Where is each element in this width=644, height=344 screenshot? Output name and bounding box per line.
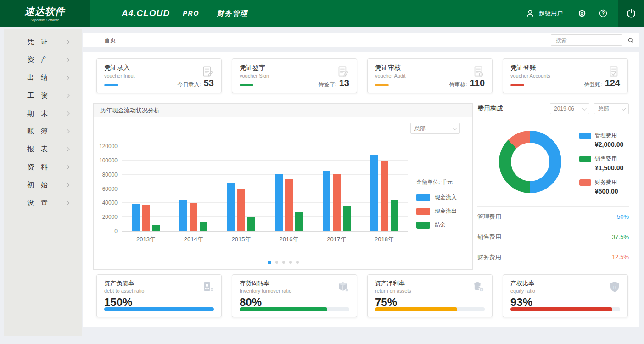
x-axis-tick: 2018年 xyxy=(360,235,408,244)
search-icon[interactable] xyxy=(627,37,634,44)
stat-card-voucher-input[interactable]: 凭证录入 voucher Input 今日录入: 53 xyxy=(96,58,222,93)
accent-dash xyxy=(375,84,389,86)
sidebar-item[interactable]: 初 始 xyxy=(4,176,82,194)
ratio-title: 存货周转率 xyxy=(240,279,349,288)
sidebar-item[interactable]: 出 纳 xyxy=(4,69,82,87)
carousel-dots xyxy=(94,261,472,264)
bar xyxy=(227,183,235,231)
x-axis-tick: 2014年 xyxy=(170,235,218,244)
bar xyxy=(247,217,255,231)
logo-title: 速达软件 xyxy=(25,5,65,18)
bar xyxy=(343,206,351,231)
help-icon[interactable]: ? xyxy=(599,9,608,18)
product-module: 财务管理 xyxy=(217,9,248,18)
chevron-right-icon xyxy=(65,129,70,134)
y-axis-tick: 120000 xyxy=(99,143,118,150)
product-edition: PRO xyxy=(183,10,199,17)
cash-flow-chart-panel: 历年现金流动状况分析 总部 02000040000600008000010000… xyxy=(93,103,473,270)
carousel-dot[interactable] xyxy=(275,261,278,264)
y-axis-tick: 80000 xyxy=(102,172,118,178)
ratio-value: 150% xyxy=(104,296,214,309)
breadcrumb-home-tab[interactable]: 首页 xyxy=(104,36,116,44)
sidebar-menu: 凭 证资 产出 纳工 资期 末账 簿报 表资 料初 始设 置 xyxy=(4,29,82,336)
logout-power-button[interactable] xyxy=(618,0,644,27)
branch-dropdown[interactable]: 总部 xyxy=(410,123,460,134)
stat-count: 待签字: 13 xyxy=(318,78,349,89)
accent-dash xyxy=(240,84,253,86)
stat-count: 待审核: 110 xyxy=(449,78,485,89)
y-axis-tick: 0 xyxy=(114,228,118,234)
x-axis-tick: 2015年 xyxy=(218,235,265,244)
search-input[interactable] xyxy=(551,37,627,44)
stat-card-voucher-sign[interactable]: 凭证签字 voucher Sign 待签字: 13 xyxy=(232,58,357,93)
sidebar-item[interactable]: 凭 证 xyxy=(4,33,82,51)
stat-card-title: 凭证录入 xyxy=(104,64,214,72)
donut-legend-item: 财务费用¥500.00 xyxy=(579,178,623,195)
ratio-card-return-on-assets[interactable]: ¥ 资产净利率 return on assets 75% xyxy=(367,274,493,317)
search-box[interactable] xyxy=(551,34,622,46)
chevron-right-icon xyxy=(65,165,70,170)
cost-amount: ¥2,000.00 xyxy=(595,141,623,148)
legend-label: 销售费用 xyxy=(595,155,617,163)
stat-count: 今日录入: 53 xyxy=(177,78,214,89)
legend-swatch xyxy=(416,222,430,229)
sidebar-item[interactable]: 设 置 xyxy=(4,194,82,212)
user-icon[interactable] xyxy=(525,8,535,18)
accent-dash xyxy=(104,84,118,86)
chevron-right-icon xyxy=(65,201,70,205)
chevron-right-icon xyxy=(65,58,70,62)
legend-swatch xyxy=(579,133,591,139)
progress-fill xyxy=(510,307,612,311)
sidebar-item[interactable]: 报 表 xyxy=(4,140,82,158)
sidebar-item[interactable]: 期 末 xyxy=(4,105,82,122)
certificate-icon xyxy=(201,280,215,296)
carousel-dot[interactable] xyxy=(282,261,285,264)
user-name[interactable]: 超级用户 xyxy=(539,9,563,17)
carousel-dot[interactable] xyxy=(296,261,299,264)
branch-dropdown[interactable]: 总部 xyxy=(594,103,629,114)
sidebar-item-label: 账 簿 xyxy=(27,127,66,136)
ratio-card-equity-ratio[interactable]: R 产权比率 equity ratio 93% xyxy=(503,274,628,317)
stat-card-voucher-accounts[interactable]: 凭证登账 voucher Accounts 待登账: 124 xyxy=(503,58,628,93)
shield-icon: R xyxy=(608,280,621,295)
carousel-dot[interactable] xyxy=(268,261,271,264)
bar-chart-plot: 0200004000060000800001000001200002013年20… xyxy=(122,146,408,232)
legend-item: 现金流入 xyxy=(416,194,470,201)
ratio-card-inventory-turnover[interactable]: 存货周转率 Inventory turnover ratio 80% xyxy=(232,274,357,317)
bar-group: 2015年 xyxy=(218,146,265,231)
bar xyxy=(391,200,398,231)
ratio-card-debt-to-asset[interactable]: 资产负债率 debt to asset ratio 150% xyxy=(96,274,222,317)
sidebar-item-label: 资 产 xyxy=(27,55,66,64)
app-logo[interactable]: 速达软件 Superdata Software xyxy=(0,0,90,27)
legend-label: 管理费用 xyxy=(595,132,617,139)
stat-count: 待登账: 124 xyxy=(584,78,620,89)
carousel-dot[interactable] xyxy=(289,261,292,264)
sidebar-item[interactable]: 资 产 xyxy=(4,51,82,69)
bar xyxy=(179,200,187,231)
unit-note: 金额单位: 千元 xyxy=(416,178,470,186)
legend-swatch xyxy=(416,208,430,215)
stat-card-title: 凭证签字 xyxy=(240,64,349,72)
bar-chart-legend-block: 金额单位: 千元 现金流入现金流出结余 xyxy=(416,178,470,235)
bar-group: 2013年 xyxy=(122,146,170,231)
bar xyxy=(285,179,293,231)
gear-icon[interactable] xyxy=(577,9,587,18)
bar-chart-legend: 现金流入现金流出结余 xyxy=(416,194,470,229)
month-dropdown[interactable]: 2019-06 xyxy=(550,103,589,114)
ratio-card-row: 资产负债率 debt to asset ratio 150% 存货周转率 Inv… xyxy=(96,274,628,317)
stat-card-title: 凭证登账 xyxy=(510,64,620,72)
x-axis-tick: 2017年 xyxy=(313,235,360,244)
bar xyxy=(323,171,330,231)
sidebar-item-label: 初 始 xyxy=(27,181,66,189)
bar xyxy=(200,222,207,231)
chevron-right-icon xyxy=(65,111,70,116)
cost-percent: 12.5% xyxy=(612,254,629,261)
sidebar-item[interactable]: 资 料 xyxy=(4,158,82,176)
bar-group: 2017年 xyxy=(313,146,360,231)
stat-card-voucher-audit[interactable]: 凭证审核 voucher Audit 待审核: 110 xyxy=(367,58,493,93)
sidebar-item[interactable]: 账 簿 xyxy=(4,122,82,140)
sidebar-item[interactable]: 工 资 xyxy=(4,87,82,105)
chart-title: 历年现金流动状况分析 xyxy=(94,104,472,117)
progress-fill xyxy=(240,307,327,311)
ratio-title: 资产负债率 xyxy=(104,279,214,288)
